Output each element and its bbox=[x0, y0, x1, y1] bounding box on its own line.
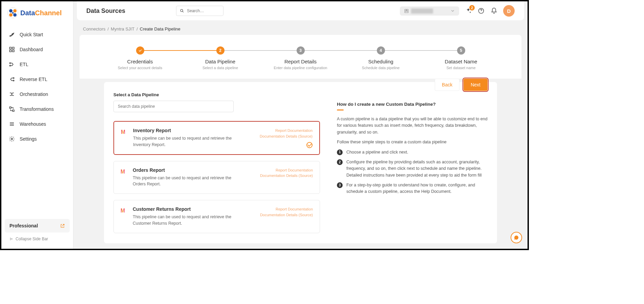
myntra-icon: M bbox=[121, 169, 128, 176]
sidebar-item-label: Settings bbox=[20, 136, 37, 142]
sidebar-nav: Quick Start Dashboard ETL Reverse ETL Or… bbox=[1, 24, 73, 219]
notif-badge: 2 bbox=[469, 5, 475, 11]
help-steps: Choose a pipeline and click next. Config… bbox=[337, 149, 488, 195]
report-doc-link[interactable]: Report Documentation bbox=[260, 167, 313, 173]
gear-icon bbox=[9, 136, 15, 142]
transform-icon bbox=[9, 106, 15, 112]
database-icon bbox=[9, 121, 15, 127]
svg-point-8 bbox=[13, 80, 14, 81]
sidebar-item-label: ETL bbox=[20, 62, 28, 67]
help-paragraph: A custom pipeline is a data pipeline tha… bbox=[337, 116, 488, 136]
sidebar-item-label: Orchestration bbox=[20, 92, 48, 97]
sidebar-item-label: Reverse ETL bbox=[20, 77, 47, 82]
rocket-icon bbox=[9, 32, 15, 38]
avatar[interactable]: D bbox=[503, 5, 515, 17]
help-title: How do I create a new Custom Data Pipeli… bbox=[337, 102, 488, 107]
svg-point-15 bbox=[180, 9, 183, 12]
step-report-details[interactable]: 3 Report Details Enter data pipeline con… bbox=[260, 46, 341, 70]
help-paragraph: Follow these simple steps to create a cu… bbox=[337, 139, 488, 145]
pipeline-search-input[interactable] bbox=[113, 101, 234, 112]
myntra-icon: M bbox=[121, 208, 128, 215]
notifications-button[interactable] bbox=[490, 7, 498, 15]
help-underline bbox=[337, 109, 344, 110]
back-button[interactable]: Back bbox=[435, 79, 459, 91]
brand-part1: Data bbox=[20, 9, 35, 17]
workspace-icon bbox=[404, 8, 409, 14]
step-sub: Enter data pipeline configuration bbox=[260, 66, 341, 70]
chat-fab[interactable] bbox=[511, 232, 522, 243]
breadcrumb-current: Create Data Pipeline bbox=[140, 26, 180, 32]
myntra-icon: M bbox=[121, 129, 128, 137]
workspace-switcher[interactable]: Workspace bbox=[400, 6, 459, 16]
plan-label: Professional bbox=[9, 223, 38, 228]
sidebar-item-dashboard[interactable]: Dashboard bbox=[5, 42, 70, 57]
sidebar-item-label: Transformations bbox=[20, 106, 54, 112]
sidebar-item-reverse-etl[interactable]: Reverse ETL bbox=[5, 72, 70, 87]
svg-point-6 bbox=[9, 65, 10, 66]
svg-point-5 bbox=[9, 63, 10, 64]
collapse-sidebar[interactable]: Collapse Side Bar bbox=[5, 232, 70, 245]
collapse-label: Collapse Side Bar bbox=[16, 237, 48, 241]
step-sub: Set dataset name bbox=[421, 66, 501, 70]
help-step: Configure the pipeline by providing deta… bbox=[337, 159, 488, 179]
logo[interactable]: DataChannel bbox=[1, 5, 73, 24]
help-button[interactable] bbox=[477, 7, 485, 15]
global-search[interactable] bbox=[176, 6, 223, 16]
doc-details-link[interactable]: Documentation Details (Source) bbox=[260, 173, 313, 179]
step-sub: Schedule data pipeline bbox=[341, 66, 421, 70]
chevron-down-icon bbox=[450, 8, 455, 13]
plan-box[interactable]: Professional bbox=[5, 219, 70, 232]
step-title: Dataset Name bbox=[421, 59, 501, 64]
next-button[interactable]: Next bbox=[464, 79, 488, 91]
main: Data Sources Workspace 2 bbox=[73, 1, 528, 249]
report-doc-link[interactable]: Report Documentation bbox=[260, 206, 313, 212]
report-doc-link[interactable]: Report Documentation bbox=[260, 128, 313, 134]
sidebar-item-quickstart[interactable]: Quick Start bbox=[5, 27, 70, 42]
sidebar: DataChannel Quick Start Dashboard ETL Re… bbox=[1, 1, 73, 249]
section-label: Select a Data Pipeline bbox=[113, 92, 320, 97]
svg-rect-1 bbox=[9, 47, 11, 49]
svg-rect-16 bbox=[405, 9, 406, 11]
sidebar-item-etl[interactable]: ETL bbox=[5, 57, 70, 72]
svg-rect-17 bbox=[407, 9, 408, 11]
step-title: Scheduling bbox=[341, 59, 421, 64]
step-title: Credentials bbox=[100, 59, 180, 64]
sidebar-item-warehouses[interactable]: Warehouses bbox=[5, 117, 70, 131]
step-circle: 2 bbox=[216, 46, 224, 55]
step-circle: 5 bbox=[457, 46, 465, 55]
pipeline-card[interactable]: M Customer Returns Report This pipeline … bbox=[113, 200, 320, 233]
pipeline-card[interactable]: M Orders Report This pipeline can be use… bbox=[113, 161, 320, 194]
breadcrumb-connector-name[interactable]: Myntra SJIT bbox=[111, 26, 134, 32]
content-panel: Select a Data Pipeline M Inventory Repor… bbox=[104, 82, 497, 243]
pipeline-desc: This pipeline can be used to request and… bbox=[133, 135, 235, 148]
pipeline-card[interactable]: M Inventory Report This pipeline can be … bbox=[113, 121, 320, 155]
sidebar-item-orchestration[interactable]: Orchestration bbox=[5, 87, 70, 102]
ai-sparkle-button[interactable]: 2 bbox=[465, 7, 472, 15]
sidebar-item-settings[interactable]: Settings bbox=[5, 131, 70, 146]
check-icon bbox=[138, 48, 142, 53]
pipeline-desc: This pipeline can be used to request and… bbox=[133, 175, 234, 188]
workspace-label: Workspace bbox=[411, 8, 433, 14]
pipeline-list: M Inventory Report This pipeline can be … bbox=[113, 121, 320, 233]
step-circle: 3 bbox=[297, 46, 305, 55]
svg-rect-3 bbox=[9, 50, 11, 52]
step-sub: Select a data pipeline bbox=[180, 66, 260, 70]
step-circle bbox=[136, 46, 144, 55]
step-dataset-name[interactable]: 5 Dataset Name Set dataset name bbox=[421, 46, 501, 70]
doc-details-link[interactable]: Documentation Details (Source) bbox=[260, 212, 313, 218]
stepper-card: Credentials Select your account details … bbox=[80, 35, 521, 79]
breadcrumb-connectors[interactable]: Connectors bbox=[83, 26, 105, 32]
step-sub: Select your account details bbox=[100, 66, 180, 70]
doc-details-link[interactable]: Documentation Details (Source) bbox=[260, 134, 313, 139]
search-input[interactable] bbox=[187, 8, 220, 13]
sidebar-item-transformations[interactable]: Transformations bbox=[5, 102, 70, 117]
breadcrumb: Connectors / Myntra SJIT / Create Data P… bbox=[73, 20, 528, 35]
stepper: Credentials Select your account details … bbox=[100, 46, 501, 70]
step-scheduling[interactable]: 4 Scheduling Schedule data pipeline bbox=[341, 46, 421, 70]
collapse-icon bbox=[9, 237, 14, 241]
step-credentials[interactable]: Credentials Select your account details bbox=[100, 46, 180, 70]
step-data-pipeline[interactable]: 2 Data Pipeline Select a data pipeline bbox=[180, 46, 260, 70]
sidebar-item-label: Dashboard bbox=[20, 47, 43, 52]
svg-point-14 bbox=[11, 138, 13, 140]
reverse-etl-icon bbox=[9, 76, 15, 82]
